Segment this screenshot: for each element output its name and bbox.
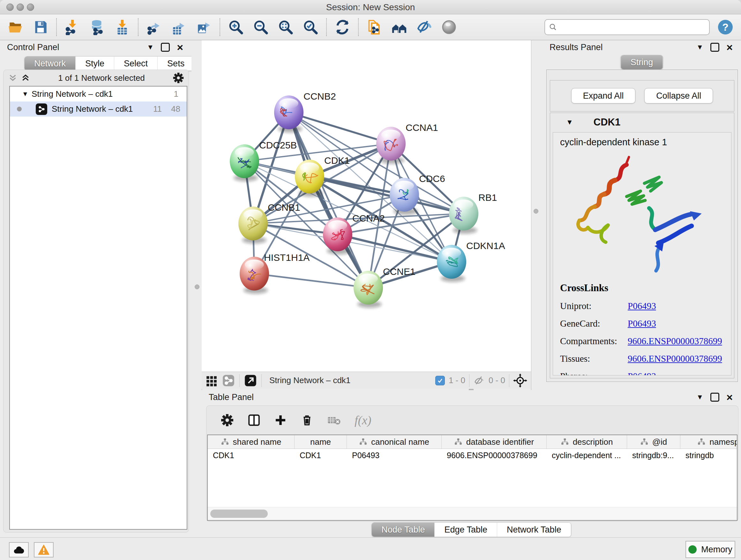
crosslink-link[interactable]: P06493 bbox=[628, 318, 656, 329]
crosslink-link[interactable]: P06493 bbox=[628, 301, 656, 311]
export-network-button[interactable] bbox=[145, 18, 163, 36]
tab-sets[interactable]: Sets bbox=[158, 57, 194, 71]
right-splitter-handle[interactable] bbox=[534, 209, 538, 213]
panel-menu-caret-icon[interactable]: ▼ bbox=[696, 43, 703, 51]
network-node-rb1[interactable] bbox=[449, 197, 478, 234]
column-header-@id[interactable]: @id bbox=[627, 435, 680, 449]
document-share-button[interactable] bbox=[366, 18, 383, 36]
network-node-cdk1[interactable] bbox=[295, 160, 324, 197]
network-node-ccna1[interactable] bbox=[376, 127, 406, 164]
warnings-button[interactable] bbox=[34, 542, 54, 557]
crosslink-link[interactable]: 9606.ENSP00000378699 bbox=[628, 336, 722, 347]
zoom-out-button[interactable] bbox=[252, 18, 269, 36]
crosslink-row: Tissues:9606.ENSP00000378699 bbox=[560, 354, 731, 364]
right-splitter[interactable] bbox=[531, 40, 543, 390]
search-input[interactable] bbox=[557, 22, 705, 33]
zoom-selected-button[interactable] bbox=[302, 18, 319, 36]
grid-view-button[interactable] bbox=[205, 374, 218, 387]
cloud-status-button[interactable] bbox=[9, 542, 29, 557]
table-cell[interactable]: stringdb bbox=[680, 449, 738, 462]
tab-style[interactable]: Style bbox=[76, 57, 114, 71]
refresh-view-button[interactable] bbox=[334, 18, 351, 36]
network-options-gear-icon[interactable] bbox=[173, 72, 184, 84]
column-header-name[interactable]: name bbox=[294, 435, 347, 449]
tab-select[interactable]: Select bbox=[114, 57, 158, 71]
help-button[interactable]: ? bbox=[718, 20, 733, 35]
tab-string[interactable]: String bbox=[621, 55, 663, 69]
export-image-button[interactable] bbox=[195, 18, 212, 36]
create-column-plus-icon[interactable] bbox=[274, 414, 287, 427]
birdseye-view-button[interactable] bbox=[244, 374, 257, 387]
network-node-ccnb1[interactable] bbox=[239, 206, 268, 244]
search-field[interactable] bbox=[544, 19, 710, 35]
export-table-button[interactable] bbox=[171, 18, 188, 36]
import-network-from-database-button[interactable] bbox=[89, 18, 106, 36]
network-node-ccnb2[interactable] bbox=[274, 96, 304, 132]
column-header-namespace[interactable]: namespace bbox=[680, 435, 738, 449]
network-node-cdc25b[interactable] bbox=[230, 144, 259, 181]
panel-float-icon[interactable] bbox=[711, 43, 719, 52]
column-type-icon bbox=[640, 438, 649, 446]
table-cell[interactable]: 9606.ENSP00000378699 bbox=[442, 449, 547, 462]
table-options-gear-icon[interactable] bbox=[220, 414, 234, 427]
tree-expand-caret-icon[interactable]: ▼ bbox=[22, 90, 31, 98]
network-view-share-button[interactable] bbox=[222, 374, 235, 387]
table-cell[interactable]: stringdb:9... bbox=[627, 449, 680, 462]
panel-close-icon[interactable]: × bbox=[726, 44, 733, 51]
export-network-icon bbox=[146, 19, 162, 35]
table-cell[interactable]: CDK1 bbox=[294, 449, 347, 462]
save-session-button[interactable] bbox=[32, 18, 49, 36]
show-columns-icon[interactable] bbox=[247, 414, 261, 427]
panel-close-icon[interactable]: × bbox=[177, 44, 183, 51]
function-builder-button[interactable]: f(x) bbox=[354, 413, 372, 427]
expand-all-button[interactable]: Expand All bbox=[571, 88, 636, 104]
sphere-button[interactable] bbox=[441, 18, 458, 36]
network-row[interactable]: String Network – cdk1 11 48 bbox=[10, 102, 187, 117]
tab-edge-table[interactable]: Edge Table bbox=[434, 523, 497, 537]
collapse-all-networks-icon[interactable] bbox=[8, 73, 17, 83]
panel-float-icon[interactable] bbox=[161, 43, 170, 52]
network-node-cdkn1a[interactable] bbox=[437, 245, 466, 282]
left-splitter-handle[interactable] bbox=[195, 285, 199, 289]
zoom-fit-button[interactable] bbox=[277, 18, 294, 36]
network-node-ccne1[interactable] bbox=[354, 271, 383, 308]
expand-all-networks-icon[interactable] bbox=[21, 73, 30, 83]
show-graphics-details-button[interactable] bbox=[415, 18, 433, 36]
open-file-button[interactable] bbox=[7, 18, 24, 36]
memory-button[interactable]: Memory bbox=[685, 541, 735, 558]
zoom-in-button[interactable] bbox=[227, 18, 245, 36]
section-collapse-caret-icon[interactable]: ▼ bbox=[566, 118, 573, 126]
panel-menu-caret-icon[interactable]: ▼ bbox=[696, 393, 703, 401]
home-houses-button[interactable] bbox=[391, 18, 408, 36]
column-header-shared-name[interactable]: shared name bbox=[208, 435, 294, 449]
network-canvas[interactable]: CCNB2CCNA1CDC25BCDK1CDC6RB1CCNB1CCNA2CDK… bbox=[202, 40, 531, 372]
panel-close-icon[interactable]: × bbox=[726, 394, 733, 401]
crosslink-link[interactable]: P06493 bbox=[628, 371, 656, 375]
import-network-from-file-button[interactable] bbox=[64, 18, 81, 36]
column-header-database-identifier[interactable]: database identifier bbox=[442, 435, 547, 449]
selected-nodes-checkbox[interactable] bbox=[435, 376, 445, 385]
panel-float-icon[interactable] bbox=[711, 393, 719, 401]
table-cell[interactable]: P06493 bbox=[347, 449, 442, 462]
table-row[interactable]: CDK1CDK1P064939606.ENSP00000378699cyclin… bbox=[208, 449, 738, 462]
panel-menu-caret-icon[interactable]: ▼ bbox=[147, 43, 154, 51]
string-results-container: Expand All Collapse All ▼ CDK1 cyclin-de… bbox=[546, 70, 738, 382]
tab-network[interactable]: Network bbox=[24, 57, 76, 71]
delete-column-trash-icon[interactable] bbox=[300, 414, 314, 427]
tab-network-table[interactable]: Network Table bbox=[497, 523, 571, 537]
table-horizontal-scrollbar[interactable] bbox=[208, 507, 737, 520]
scrollbar-thumb[interactable] bbox=[210, 509, 268, 518]
import-table-from-file-button[interactable] bbox=[114, 18, 131, 36]
column-header-description[interactable]: description bbox=[547, 435, 627, 449]
fit-selected-crosshair-button[interactable] bbox=[513, 374, 527, 388]
table-cell[interactable]: CDK1 bbox=[208, 449, 294, 462]
table-cell[interactable]: cyclin-dependent ... bbox=[547, 449, 627, 462]
column-type-icon bbox=[359, 438, 367, 446]
column-header-canonical-name[interactable]: canonical name bbox=[347, 435, 442, 449]
network-collection-row[interactable]: ▼ String Network – cdk1 1 bbox=[10, 86, 187, 102]
network-node-ccna2[interactable] bbox=[323, 217, 352, 254]
status-bar: Memory bbox=[0, 537, 741, 560]
collapse-all-button[interactable]: Collapse All bbox=[644, 88, 713, 104]
tab-node-table[interactable]: Node Table bbox=[372, 523, 434, 537]
crosslink-link[interactable]: 9606.ENSP00000378699 bbox=[628, 354, 722, 364]
